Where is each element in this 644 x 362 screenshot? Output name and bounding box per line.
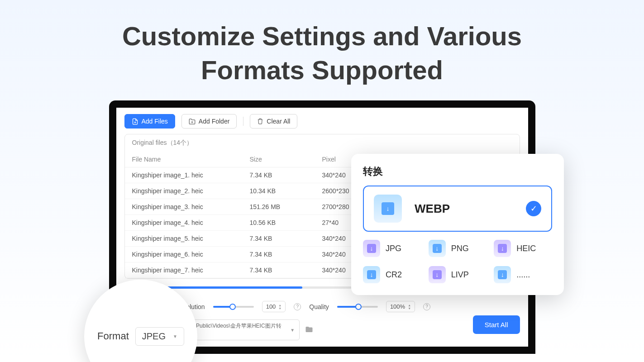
format-file-icon (494, 266, 511, 283)
format-file-icon (363, 240, 380, 257)
format-option[interactable]: CR2 (363, 266, 421, 283)
quality-slider-thumb[interactable] (355, 304, 362, 310)
hero-title: Customize Settings and Various Formats S… (0, 19, 644, 87)
add-folder-label: Add Folder (199, 118, 229, 125)
cell-filename: Kingshiper image_4. heic (132, 219, 250, 226)
trash-icon (257, 118, 263, 124)
cell-filename: Kingshiper image_7. heic (132, 267, 250, 274)
chevron-down-icon: ▼ (173, 334, 177, 339)
format-option-label: PNG (451, 244, 469, 253)
format-popup: 转换 WEBP ✓ JPG PNG HEIC CR2 LIVP ...... (351, 154, 564, 295)
start-all-button[interactable]: Start All (473, 315, 520, 334)
resolution-slider[interactable] (213, 306, 254, 308)
format-file-icon (429, 266, 446, 283)
format-label: Format (97, 330, 129, 342)
cell-size: 7.34 KB (250, 251, 322, 258)
col-size: Size (250, 156, 322, 163)
cell-size: 10.56 KB (250, 219, 322, 226)
format-file-icon (374, 195, 402, 223)
format-option-label: CR2 (386, 270, 402, 280)
format-select[interactable]: JPEG ▼ (135, 327, 184, 346)
help-icon[interactable]: ? (294, 303, 301, 310)
cell-size: 151.26 MB (250, 203, 322, 210)
cell-size: 7.34 KB (250, 171, 322, 179)
format-option[interactable]: HEIC (494, 240, 552, 257)
cell-filename: Kingshiper image_1. heic (132, 171, 250, 179)
format-options-grid: JPG PNG HEIC CR2 LIVP ...... (363, 240, 552, 283)
check-icon: ✓ (526, 201, 541, 216)
format-option[interactable]: ...... (494, 266, 552, 283)
format-file-icon (363, 266, 380, 283)
format-option-label: HEIC (516, 244, 536, 253)
format-option-label: ...... (516, 270, 530, 280)
format-selected-label: WEBP (415, 202, 513, 216)
cell-size: 10.34 KB (250, 187, 322, 195)
format-file-icon (494, 240, 511, 257)
col-filename: File Name (132, 156, 250, 163)
panel-header: Original files（14个） (125, 134, 520, 152)
format-option[interactable]: PNG (429, 240, 487, 257)
add-files-label: Add Files (142, 118, 168, 125)
cell-size: 7.34 KB (250, 235, 322, 242)
cell-filename: Kingshiper image_2. heic (132, 187, 250, 195)
cell-size: 7.34 KB (250, 267, 322, 274)
clear-all-label: Clear All (267, 118, 290, 125)
quality-slider[interactable] (337, 306, 378, 308)
format-file-icon (429, 240, 446, 257)
resolution-value-input[interactable]: 100 ▲▼ (262, 301, 286, 312)
folder-icon[interactable] (305, 325, 313, 335)
format-option-selected[interactable]: WEBP ✓ (363, 186, 552, 232)
help-icon[interactable]: ? (423, 303, 430, 310)
resolution-slider-thumb[interactable] (229, 304, 236, 310)
clear-all-button[interactable]: Clear All (250, 114, 297, 129)
cell-filename: Kingshiper image_6. heic (132, 251, 250, 258)
file-plus-icon (132, 118, 138, 125)
format-option-label: JPG (386, 244, 401, 253)
cell-filename: Kingshiper image_5. heic (132, 235, 250, 242)
toolbar: Add Files Add Folder Clear All (124, 114, 520, 129)
format-option-label: LIVP (451, 270, 469, 280)
format-option[interactable]: JPG (363, 240, 421, 257)
cell-filename: Kingshiper image_3. heic (132, 203, 250, 210)
format-popup-title: 转换 (363, 165, 552, 178)
add-files-button[interactable]: Add Files (124, 114, 175, 129)
quality-label: Quality (309, 303, 329, 310)
quality-value-input[interactable]: 100% ▲▼ (386, 301, 415, 312)
toolbar-divider (243, 117, 243, 126)
format-option[interactable]: LIVP (429, 266, 487, 283)
folder-plus-icon (189, 118, 196, 125)
add-folder-button[interactable]: Add Folder (181, 114, 237, 129)
